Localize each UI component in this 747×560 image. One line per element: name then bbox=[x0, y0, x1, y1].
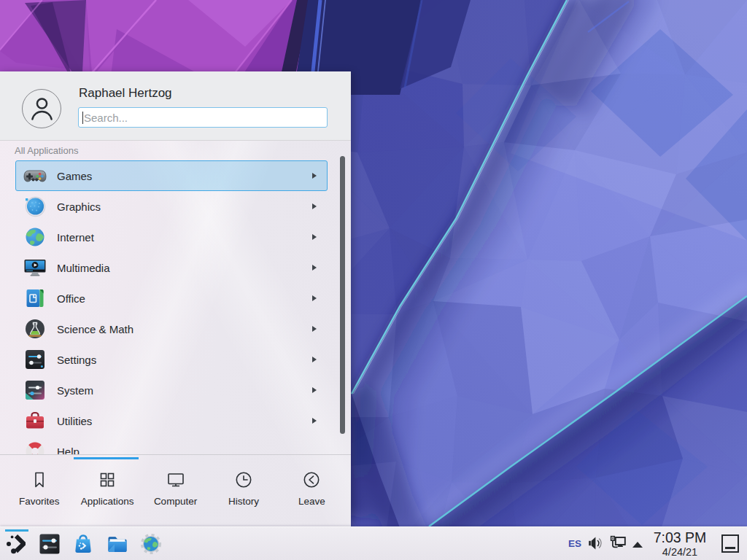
launcher-active-indicator bbox=[5, 529, 28, 532]
show-desktop-button[interactable] bbox=[721, 534, 739, 553]
graphics-icon bbox=[23, 195, 47, 218]
tab-leave[interactable]: Leave bbox=[278, 459, 346, 507]
menu-item-label: Help bbox=[57, 446, 80, 455]
menu-item-science[interactable]: Science & Math bbox=[15, 314, 328, 344]
tab-applications[interactable]: Applications bbox=[73, 459, 141, 507]
network-wired-icon[interactable] bbox=[610, 535, 627, 551]
submenu-arrow-icon bbox=[312, 173, 317, 179]
clock-time: 7:03 PM bbox=[642, 530, 718, 545]
tab-label: Applications bbox=[81, 496, 134, 507]
menu-item-label: Games bbox=[57, 170, 92, 182]
desktop: Raphael Hertzog Search... All Applicatio… bbox=[0, 0, 747, 560]
games-icon bbox=[23, 164, 47, 187]
menu-item-settings[interactable]: Settings bbox=[15, 344, 328, 375]
system-icon bbox=[23, 378, 47, 402]
menu-item-internet[interactable]: Internet bbox=[15, 222, 328, 252]
menu-item-label: Graphics bbox=[57, 201, 101, 213]
volume-icon[interactable] bbox=[588, 535, 604, 551]
avatar[interactable] bbox=[22, 89, 61, 128]
submenu-arrow-icon bbox=[312, 234, 317, 240]
keyboard-layout-indicator[interactable]: ES bbox=[565, 533, 585, 555]
multimedia-icon bbox=[23, 256, 47, 279]
web-browser-icon[interactable] bbox=[140, 533, 162, 555]
menu-item-label: Office bbox=[57, 292, 85, 305]
menu-item-utilities[interactable]: Utilities bbox=[15, 405, 328, 436]
tabbar-separator bbox=[0, 454, 351, 455]
menu-item-label: Science & Math bbox=[57, 323, 133, 335]
menu-item-system[interactable]: System bbox=[15, 375, 328, 405]
launcher-tabbar: Favorites Applications Computer Hi bbox=[5, 459, 346, 507]
clock-date: 4/24/21 bbox=[642, 545, 718, 559]
kali-launcher-icon[interactable] bbox=[4, 533, 26, 555]
submenu-arrow-icon bbox=[312, 357, 317, 362]
menu-item-label: Settings bbox=[57, 354, 96, 366]
menu-item-games[interactable]: Games bbox=[15, 160, 328, 191]
system-settings-icon[interactable] bbox=[39, 533, 61, 555]
show-desktop-line bbox=[725, 547, 735, 549]
submenu-arrow-icon bbox=[312, 418, 317, 424]
computer-icon bbox=[166, 470, 185, 489]
submenu-arrow-icon bbox=[312, 387, 317, 393]
utilities-icon bbox=[23, 409, 47, 432]
search-input[interactable]: Search... bbox=[78, 107, 328, 128]
text-cursor bbox=[82, 112, 83, 124]
settings-icon bbox=[23, 348, 47, 371]
submenu-arrow-icon bbox=[312, 326, 317, 332]
help-icon bbox=[23, 440, 47, 454]
tab-label: Leave bbox=[298, 496, 325, 507]
menu-item-label: Utilities bbox=[57, 415, 92, 427]
history-icon bbox=[234, 470, 253, 489]
internet-icon bbox=[23, 225, 47, 249]
leave-icon bbox=[302, 470, 321, 489]
dolphin-icon[interactable] bbox=[107, 533, 128, 555]
taskbar: ES 7:03 PM 4/24/21 bbox=[0, 526, 747, 560]
menu-item-label: Multimedia bbox=[57, 262, 110, 274]
menu-item-help[interactable]: Help bbox=[15, 436, 328, 454]
menu-item-label: Internet bbox=[57, 231, 94, 244]
office-icon bbox=[23, 287, 47, 310]
application-launcher: Raphael Hertzog Search... All Applicatio… bbox=[0, 71, 351, 526]
submenu-arrow-icon bbox=[312, 295, 317, 301]
submenu-arrow-icon bbox=[312, 203, 317, 209]
scrollbar[interactable] bbox=[340, 156, 345, 434]
discover-icon[interactable] bbox=[72, 533, 94, 555]
application-category-list: Games Graphics bbox=[15, 160, 328, 454]
expand-tray-caret-icon[interactable] bbox=[632, 542, 643, 548]
tab-favorites[interactable]: Favorites bbox=[5, 459, 73, 507]
digital-clock[interactable]: 7:03 PM 4/24/21 bbox=[642, 530, 718, 559]
search-placeholder: Search... bbox=[84, 112, 128, 124]
menu-item-multimedia[interactable]: Multimedia bbox=[15, 252, 328, 283]
tab-label: History bbox=[228, 496, 259, 507]
launcher-header: Raphael Hertzog Search... bbox=[0, 71, 351, 141]
menu-item-office[interactable]: Office bbox=[15, 283, 328, 314]
section-label: All Applications bbox=[15, 145, 78, 156]
user-name: Raphael Hertzog bbox=[79, 86, 172, 101]
user-icon bbox=[30, 96, 54, 121]
favorites-icon bbox=[30, 470, 49, 489]
tab-computer[interactable]: Computer bbox=[142, 459, 209, 507]
science-icon bbox=[23, 317, 47, 341]
tab-history[interactable]: History bbox=[209, 459, 277, 507]
menu-item-graphics[interactable]: Graphics bbox=[15, 191, 328, 222]
applications-icon bbox=[98, 470, 117, 489]
menu-item-label: System bbox=[57, 384, 93, 397]
tab-label: Favorites bbox=[19, 496, 60, 507]
submenu-arrow-icon bbox=[312, 265, 317, 271]
tab-label: Computer bbox=[154, 496, 197, 507]
